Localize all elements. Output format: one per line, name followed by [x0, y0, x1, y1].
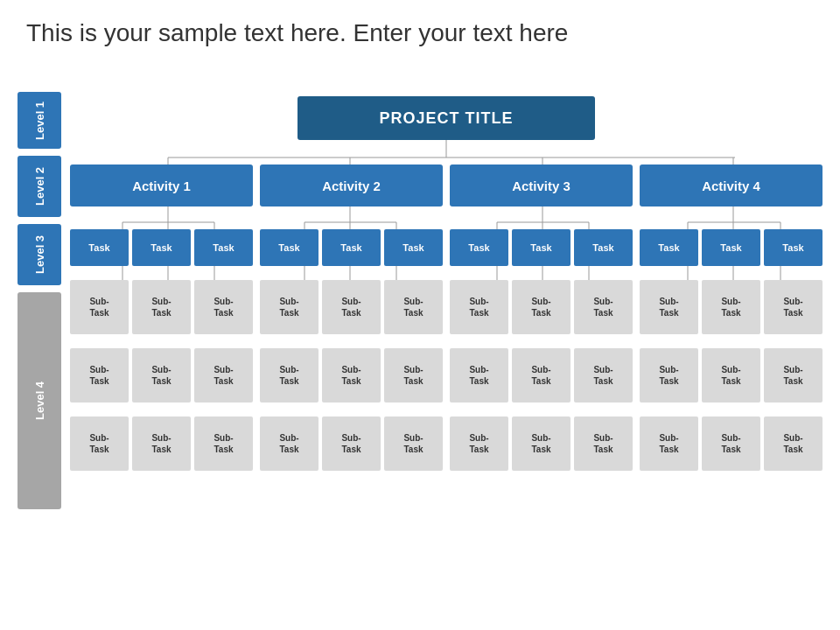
activity-3-subtasks-r2: Sub-Task Sub-Task Sub-Task [450, 348, 633, 402]
activity-1-box[interactable]: Activity 1 [70, 164, 253, 206]
subtask-3-2-1[interactable]: Sub-Task [450, 348, 508, 402]
subtask-1-3-1[interactable]: Sub-Task [70, 416, 129, 471]
subtask-1-3-3[interactable]: Sub-Task [194, 416, 253, 471]
task-1-3[interactable]: Task [194, 229, 253, 266]
subtask-4-2-3[interactable]: Sub-Task [764, 348, 822, 402]
subtask-3-1-3[interactable]: Sub-Task [574, 280, 633, 334]
subtask-1-2-2[interactable]: Sub-Task [132, 348, 191, 402]
activity-3-subtasks-r3: Sub-Task Sub-Task Sub-Task [450, 416, 633, 471]
subtask-2-2-1[interactable]: Sub-Task [260, 348, 318, 402]
subtask-2-3-2[interactable]: Sub-Task [322, 416, 381, 471]
subtask-3-3-2[interactable]: Sub-Task [512, 416, 570, 471]
activity-4-subtasks-r1: Sub-Task Sub-Task Sub-Task [640, 280, 822, 334]
activity-3-tasks: Task Task Task [450, 229, 633, 266]
subtask-1-1-1[interactable]: Sub-Task [70, 280, 129, 334]
level2-label: Level 2 [18, 156, 61, 217]
subtask-1-1-3[interactable]: Sub-Task [194, 280, 253, 334]
project-title-box[interactable]: PROJECT TITLE [298, 96, 595, 140]
subtask-2-3-1[interactable]: Sub-Task [260, 416, 318, 471]
subtasks-row-3: Sub-Task Sub-Task Sub-Task Sub-Task Sub-… [70, 416, 822, 471]
subtask-4-2-2[interactable]: Sub-Task [702, 348, 760, 402]
diagram-area: Level 1 Level 2 Level 3 Level 4 [18, 88, 822, 621]
activity-1-subtasks-r3: Sub-Task Sub-Task Sub-Task [70, 416, 253, 471]
subtasks-row-1: Sub-Task Sub-Task Sub-Task Sub-Task Sub-… [70, 280, 822, 334]
subtask-3-3-1[interactable]: Sub-Task [450, 416, 508, 471]
activity-2-subtasks-r1: Sub-Task Sub-Task Sub-Task [260, 280, 443, 334]
subtask-4-1-3[interactable]: Sub-Task [764, 280, 822, 334]
subtask-2-3-3[interactable]: Sub-Task [384, 416, 443, 471]
subtask-1-2-1[interactable]: Sub-Task [70, 348, 129, 402]
task-3-3[interactable]: Task [574, 229, 633, 266]
activities-row: Activity 1 Activity 2 Activity 3 Activit… [70, 164, 822, 206]
subtasks-row-2: Sub-Task Sub-Task Sub-Task Sub-Task Sub-… [70, 348, 822, 402]
content-area: PROJECT TITLE Activity 1 Activity 2 Acti… [70, 88, 822, 621]
subtask-1-3-2[interactable]: Sub-Task [132, 416, 191, 471]
subtasks-section: Sub-Task Sub-Task Sub-Task Sub-Task Sub-… [70, 280, 822, 621]
activity-1-tasks: Task Task Task [70, 229, 253, 266]
subtask-1-2-3[interactable]: Sub-Task [194, 348, 253, 402]
task-1-1[interactable]: Task [70, 229, 129, 266]
subtask-1-1-2[interactable]: Sub-Task [132, 280, 191, 334]
level-labels: Level 1 Level 2 Level 3 Level 4 [18, 88, 66, 621]
task-2-1[interactable]: Task [260, 229, 318, 266]
activity-4-tasks: Task Task Task [640, 229, 822, 266]
task-2-2[interactable]: Task [322, 229, 381, 266]
task-4-1[interactable]: Task [640, 229, 698, 266]
page-title: This is your sample text here. Enter you… [0, 0, 840, 56]
subtask-2-1-3[interactable]: Sub-Task [384, 280, 443, 334]
subtask-2-1-1[interactable]: Sub-Task [260, 280, 318, 334]
subtask-3-2-2[interactable]: Sub-Task [512, 348, 570, 402]
activity-3-subtasks-r1: Sub-Task Sub-Task Sub-Task [450, 280, 633, 334]
subtask-4-3-3[interactable]: Sub-Task [764, 416, 822, 471]
subtask-3-2-3[interactable]: Sub-Task [574, 348, 633, 402]
subtask-2-2-3[interactable]: Sub-Task [384, 348, 443, 402]
subtask-3-3-3[interactable]: Sub-Task [574, 416, 633, 471]
activity-2-subtasks-r2: Sub-Task Sub-Task Sub-Task [260, 348, 443, 402]
activity-2-box[interactable]: Activity 2 [260, 164, 443, 206]
level1-label: Level 1 [18, 92, 61, 149]
subtask-2-1-2[interactable]: Sub-Task [322, 280, 381, 334]
task-3-1[interactable]: Task [450, 229, 508, 266]
activity-4-box[interactable]: Activity 4 [640, 164, 822, 206]
activity-1-subtasks-r2: Sub-Task Sub-Task Sub-Task [70, 348, 253, 402]
subtask-2-2-2[interactable]: Sub-Task [322, 348, 381, 402]
subtask-3-1-1[interactable]: Sub-Task [450, 280, 508, 334]
subtask-4-1-2[interactable]: Sub-Task [702, 280, 760, 334]
activity-3-box[interactable]: Activity 3 [450, 164, 633, 206]
activity-1-subtasks-r1: Sub-Task Sub-Task Sub-Task [70, 280, 253, 334]
activity-2-tasks: Task Task Task [260, 229, 443, 266]
task-2-3[interactable]: Task [384, 229, 443, 266]
subtask-4-3-2[interactable]: Sub-Task [702, 416, 760, 471]
activity-4-subtasks-r2: Sub-Task Sub-Task Sub-Task [640, 348, 822, 402]
task-4-3[interactable]: Task [764, 229, 822, 266]
activity-4-subtasks-r3: Sub-Task Sub-Task Sub-Task [640, 416, 822, 471]
activity-2-subtasks-r3: Sub-Task Sub-Task Sub-Task [260, 416, 443, 471]
subtask-4-1-1[interactable]: Sub-Task [640, 280, 698, 334]
subtask-3-1-2[interactable]: Sub-Task [512, 280, 570, 334]
level4-label: Level 4 [18, 292, 61, 509]
subtask-4-3-1[interactable]: Sub-Task [640, 416, 698, 471]
task-3-2[interactable]: Task [512, 229, 570, 266]
subtask-4-2-1[interactable]: Sub-Task [640, 348, 698, 402]
level3-label: Level 3 [18, 224, 61, 285]
task-1-2[interactable]: Task [132, 229, 191, 266]
task-4-2[interactable]: Task [702, 229, 760, 266]
tasks-section: Task Task Task Task Task Task Task Task … [70, 229, 822, 266]
